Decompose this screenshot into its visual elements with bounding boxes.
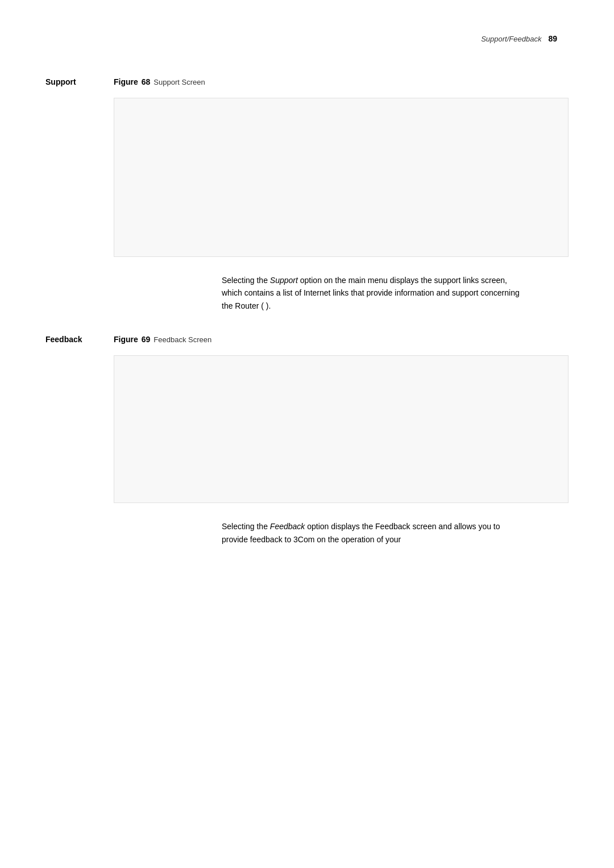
feedback-section: Feedback Figure 69 Feedback Screen Selec…	[45, 335, 569, 546]
support-figure-row: Support Figure 68 Support Screen	[45, 77, 569, 86]
page-container: Support/Feedback 89 Support Figure 68 Su…	[0, 0, 614, 868]
page-number: 89	[548, 34, 557, 43]
support-figure-image	[114, 98, 569, 257]
support-body-text: Selecting the Support option on the main…	[222, 274, 523, 312]
feedback-figure-caption: Feedback Screen	[154, 335, 211, 344]
feedback-body-text: Selecting the Feedback option displays t…	[222, 520, 523, 546]
page-header: Support/Feedback 89	[45, 34, 569, 43]
support-label: Support	[45, 77, 114, 86]
support-text-italic: Support	[270, 276, 298, 285]
support-text-before-italic: Selecting the	[222, 276, 270, 285]
support-figure-label: Figure	[114, 77, 138, 86]
feedback-figure-number: 69	[142, 335, 151, 344]
support-figure-number: 68	[142, 77, 151, 86]
feedback-figure-image	[114, 355, 569, 503]
feedback-text-before-italic: Selecting the	[222, 522, 270, 531]
support-figure-caption: Support Screen	[154, 78, 205, 86]
support-section: Support Figure 68 Support Screen Selecti…	[45, 77, 569, 312]
feedback-label: Feedback	[45, 335, 114, 344]
feedback-text-italic: Feedback	[270, 522, 305, 531]
header-section-title: Support/Feedback	[481, 35, 541, 43]
feedback-figure-label: Figure	[114, 335, 138, 344]
feedback-figure-row: Feedback Figure 69 Feedback Screen	[45, 335, 569, 344]
